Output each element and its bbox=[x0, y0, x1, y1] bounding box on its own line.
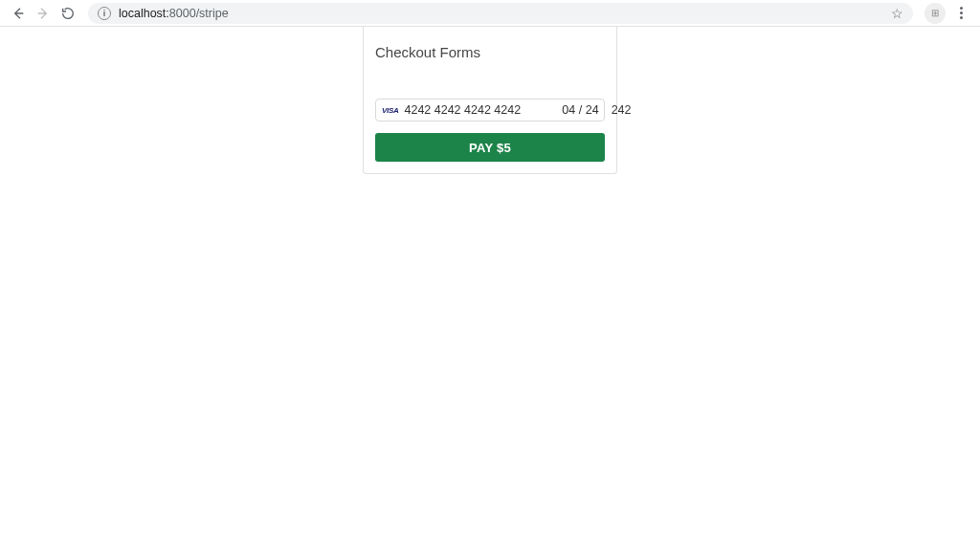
card-element[interactable]: VISA bbox=[375, 99, 605, 122]
url-port: 8000 bbox=[169, 7, 196, 20]
bookmark-star-icon[interactable]: ☆ bbox=[891, 6, 903, 21]
browser-toolbar: i localhost:8000/stripe ☆ ⊞ bbox=[0, 0, 980, 27]
url-path: /stripe bbox=[196, 7, 229, 20]
browser-actions: ⊞ bbox=[921, 3, 974, 24]
arrow-right-icon bbox=[35, 6, 51, 21]
arrow-left-icon bbox=[11, 6, 26, 21]
extension-icon[interactable]: ⊞ bbox=[924, 3, 946, 24]
card-expiry-input[interactable] bbox=[560, 103, 600, 117]
site-info-icon[interactable]: i bbox=[98, 7, 111, 20]
address-bar[interactable]: i localhost:8000/stripe ☆ bbox=[88, 3, 913, 24]
back-button[interactable] bbox=[6, 1, 31, 26]
pay-button[interactable]: PAY $5 bbox=[375, 133, 605, 162]
page-content: Checkout Forms VISA PAY $5 bbox=[0, 27, 980, 174]
url-host: localhost: bbox=[119, 7, 169, 20]
forward-button[interactable] bbox=[31, 1, 56, 26]
checkout-card: Checkout Forms VISA PAY $5 bbox=[363, 27, 617, 174]
card-number-input[interactable] bbox=[404, 103, 554, 117]
card-cvc-input[interactable] bbox=[606, 103, 631, 117]
checkout-title: Checkout Forms bbox=[375, 44, 605, 60]
card-brand-icon: VISA bbox=[382, 106, 398, 115]
browser-menu-button[interactable] bbox=[951, 7, 970, 19]
reload-icon bbox=[60, 6, 76, 21]
reload-button[interactable] bbox=[56, 1, 80, 26]
